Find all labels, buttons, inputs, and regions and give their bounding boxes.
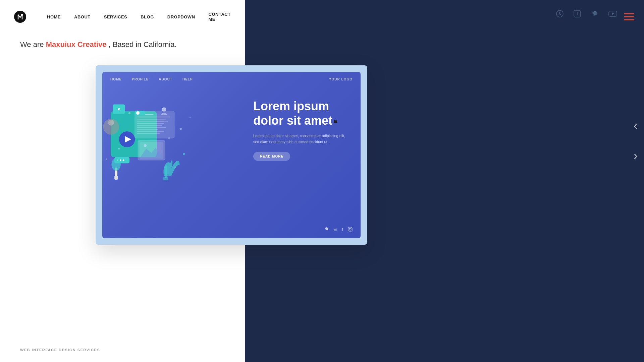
card-headline: Lorem ipsum dolor sit amet bbox=[253, 99, 347, 128]
logo[interactable] bbox=[13, 10, 27, 23]
footer-text: WEB INTERFACE DESIGN SERVICES bbox=[20, 348, 100, 352]
svg-point-51 bbox=[168, 137, 170, 139]
read-more-button[interactable]: READ MORE bbox=[253, 152, 290, 161]
svg-point-50 bbox=[128, 112, 130, 114]
svg-rect-23 bbox=[137, 131, 164, 132]
svg-rect-21 bbox=[137, 127, 166, 128]
svg-marker-7 bbox=[612, 12, 614, 15]
svg-point-55 bbox=[351, 228, 352, 229]
inner-logo: YOUR LOGO bbox=[329, 77, 353, 81]
nav-about[interactable]: ABOUT bbox=[74, 14, 91, 19]
twitter-icon[interactable] bbox=[591, 10, 598, 19]
nav-dropdown[interactable]: DROPDOWN bbox=[167, 14, 195, 19]
svg-point-52 bbox=[189, 117, 191, 118]
svg-point-29 bbox=[162, 107, 166, 111]
svg-point-45 bbox=[180, 128, 182, 130]
svg-rect-42 bbox=[114, 176, 118, 180]
facebook-icon[interactable]: f bbox=[574, 10, 581, 19]
nav-blog[interactable]: BLOG bbox=[141, 14, 154, 19]
hero-suffix: , Based in California. bbox=[107, 40, 177, 49]
hamburger-menu[interactable] bbox=[624, 13, 634, 22]
svg-text:S: S bbox=[558, 12, 561, 16]
card-twitter-icon[interactable] bbox=[324, 227, 329, 233]
card-linkedin-icon[interactable]: in bbox=[334, 227, 337, 233]
svg-rect-53 bbox=[348, 227, 352, 231]
svg-point-47 bbox=[175, 167, 176, 168]
card-body: Lorem ipsum dolor sit amet, consectetuer… bbox=[253, 133, 347, 145]
svg-point-54 bbox=[349, 228, 351, 230]
nav-services[interactable]: SERVICES bbox=[104, 14, 127, 19]
carousel-next-arrow[interactable]: › bbox=[627, 147, 644, 164]
svg-point-39 bbox=[122, 159, 124, 161]
main-nav: HOME ABOUT SERVICES BLOG DROPDOWN CONTAC… bbox=[47, 12, 231, 22]
svg-point-41 bbox=[111, 158, 120, 171]
svg-point-38 bbox=[120, 159, 121, 161]
svg-rect-24 bbox=[137, 133, 160, 134]
svg-point-13 bbox=[108, 120, 114, 125]
svg-text:♥: ♥ bbox=[118, 107, 120, 112]
svg-rect-22 bbox=[137, 129, 158, 130]
inner-card: HOME PROFILE ABOUT HELP YOUR LOGO bbox=[102, 72, 361, 238]
svg-rect-19 bbox=[137, 123, 164, 123]
youtube-icon[interactable] bbox=[608, 10, 617, 19]
svg-text:f: f bbox=[577, 11, 578, 16]
nav-contact-me[interactable]: CONTACT ME bbox=[209, 12, 231, 22]
svg-rect-16 bbox=[137, 117, 170, 117]
preview-card-wrapper: HOME PROFILE ABOUT HELP YOUR LOGO bbox=[96, 65, 367, 245]
svg-rect-20 bbox=[137, 125, 162, 126]
card-instagram-icon[interactable] bbox=[348, 227, 353, 233]
svg-point-46 bbox=[183, 153, 185, 155]
svg-point-26 bbox=[136, 111, 140, 115]
skype-icon[interactable]: S bbox=[556, 10, 564, 19]
carousel-prev-arrow[interactable]: ‹ bbox=[627, 117, 644, 134]
nav-home[interactable]: HOME bbox=[47, 14, 61, 19]
card-facebook-icon[interactable]: f bbox=[342, 227, 343, 233]
hero-text: We are Maxuiux Creative , Based in Calif… bbox=[0, 34, 245, 59]
svg-point-1 bbox=[21, 14, 23, 16]
svg-rect-18 bbox=[137, 121, 168, 121]
hero-prefix: We are bbox=[20, 40, 46, 49]
right-social: S f bbox=[556, 10, 617, 19]
svg-rect-17 bbox=[137, 119, 166, 119]
hero-brand: Maxuiux Creative bbox=[46, 40, 107, 49]
content-area: Lorem ipsum dolor sit amet Lorem ipsum d… bbox=[253, 99, 347, 161]
outer-card: HOME PROFILE ABOUT HELP YOUR LOGO bbox=[96, 65, 367, 245]
svg-point-34 bbox=[144, 144, 147, 147]
svg-point-49 bbox=[106, 158, 107, 160]
header: HOME ABOUT SERVICES BLOG DROPDOWN CONTAC… bbox=[0, 0, 245, 34]
svg-point-48 bbox=[118, 148, 120, 149]
card-social-icons: in f bbox=[324, 227, 353, 233]
svg-rect-44 bbox=[163, 177, 168, 180]
